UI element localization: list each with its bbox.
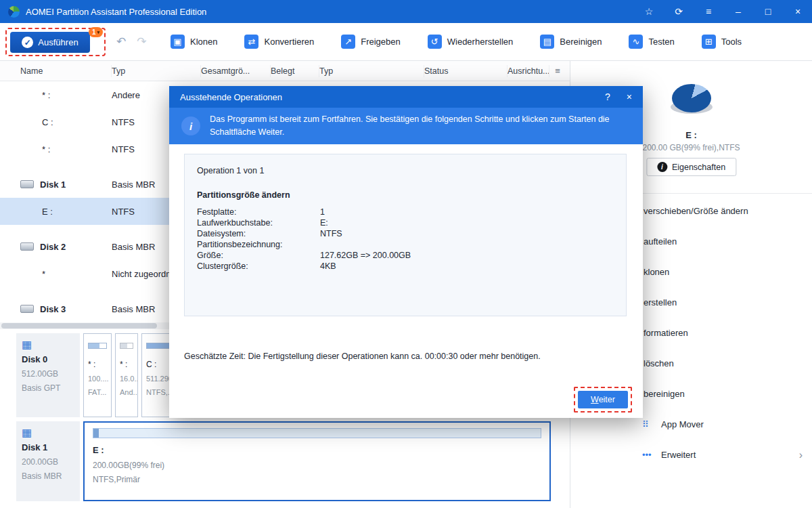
convert-icon: ⇄ (244, 35, 258, 49)
row-name: E : (20, 207, 112, 217)
update-icon[interactable]: ⟳ (673, 6, 685, 17)
table-header: Name Typ Gesamtgrö... Belegt Typ Status … (0, 61, 570, 81)
toolbar-item-wipe[interactable]: ▤ Bereinigen (540, 35, 602, 49)
toolbar-item-restore[interactable]: ↺ Wiederherstellen (428, 35, 514, 49)
row-name: Disk 3 (40, 304, 66, 314)
toolbar-item-label: Bereinigen (560, 37, 602, 47)
pending-operations-badge[interactable]: 1 ▾ (89, 27, 103, 37)
window-title: AOMEI Partition Assistant Professional E… (26, 7, 206, 17)
operation-title: Partitionsgröße ändern (197, 190, 614, 200)
sidebar-item-label: App Mover (661, 419, 704, 429)
toolbar-item-tools[interactable]: ⊞ Tools (702, 35, 742, 49)
operations-list: Operation 1 von 1 Partitionsgröße ändern… (184, 154, 627, 316)
capacity-bar (93, 428, 541, 438)
sidebar-item-label: erstellen (644, 297, 677, 308)
redo-icon[interactable]: ↷ (137, 35, 146, 49)
undo-icon[interactable]: ↶ (116, 35, 126, 49)
app-window: AOMEI Partition Assistant Professional E… (0, 0, 812, 508)
column-header-type[interactable]: Typ (112, 65, 201, 77)
info-icon: i (181, 117, 200, 135)
next-button[interactable]: Weiter (578, 391, 628, 408)
titlebar-controls: ☆ ⟳ ≡ – □ × (643, 6, 804, 17)
partition-box[interactable]: * : 16.0... And... (115, 333, 138, 417)
column-header-used[interactable]: Belegt (271, 65, 319, 77)
operation-field: Festplatte: 1 (197, 207, 614, 217)
title-bar: AOMEI Partition Assistant Professional E… (0, 0, 812, 23)
toolbar-item-release[interactable]: ↗ Freigeben (341, 35, 401, 49)
operation-field: Größe: 127.62GB => 200.00GB (197, 250, 614, 261)
chevron-right-icon: › (799, 449, 803, 461)
partition-box-selected[interactable]: E : 200.00GB(99% frei) NTFS,Primär (83, 421, 551, 501)
disk0-card[interactable]: ▦ Disk 0 512.00GB Basis GPT (16, 333, 80, 417)
hard-disk-icon (20, 180, 34, 188)
disk1-card[interactable]: ▦ Disk 1 200.00GB Basis MBR (16, 421, 80, 501)
favorite-star-icon[interactable]: ☆ (643, 6, 655, 17)
app-logo-icon (8, 6, 20, 18)
partition-size: 16.0... (120, 375, 133, 383)
test-icon: ∿ (629, 35, 643, 49)
partition-fs: NTFS,Primär (93, 475, 541, 484)
column-header-totalsize[interactable]: Gesamtgrö... (201, 65, 271, 77)
toolbar-item-test[interactable]: ∿ Testen (629, 35, 674, 49)
dialog-title: Ausstehende Operationen (180, 92, 282, 102)
dialog-help-icon[interactable]: ? (605, 91, 610, 102)
main-menu-icon[interactable]: ≡ (702, 6, 715, 17)
operation-field: Clustergröße: 4KB (197, 261, 614, 272)
app-mover-icon: ⠿ (642, 419, 656, 429)
toolbar: ✓ Ausführen 1 ▾ ↶ ↷ ▣ Klonen ⇄ Konvertie… (0, 23, 812, 61)
toolbar-item-convert[interactable]: ⇄ Konvertieren (244, 35, 314, 49)
partition-size: 100.... (88, 375, 107, 383)
history-buttons: ↶ ↷ (116, 23, 147, 60)
sidebar-item-label: klonen (644, 267, 669, 277)
sidebar-item-label: Erweitert (661, 450, 696, 460)
row-name: Disk 2 (40, 242, 66, 252)
disk-size: 512.00GB (22, 369, 74, 379)
toolbar-item-label: Wiederherstellen (447, 37, 514, 47)
release-icon: ↗ (341, 35, 355, 49)
sidebar-item-advanced[interactable]: ••• Erweitert › (570, 440, 812, 470)
wipe-icon: ▤ (540, 35, 554, 49)
disk-name: Disk 1 (22, 442, 74, 452)
operation-count: Operation 1 von 1 (197, 166, 614, 175)
dialog-close-icon[interactable]: × (627, 91, 632, 102)
column-header-name[interactable]: Name (20, 65, 112, 77)
info-circle-icon: i (657, 162, 667, 172)
pie-slices (672, 84, 711, 112)
toolbar-item-clone[interactable]: ▣ Klonen (171, 35, 217, 49)
advanced-ellipsis-icon: ••• (642, 450, 656, 460)
close-button[interactable]: × (792, 6, 804, 17)
disk-size: 200.00GB (22, 457, 74, 467)
sidebar-item-label: formatieren (644, 328, 688, 338)
partition-name: * : (88, 360, 107, 369)
badge-count: 1 (92, 28, 96, 36)
apply-button-label: Ausführen (38, 37, 78, 47)
minimize-button[interactable]: – (732, 6, 744, 17)
column-header-status[interactable]: Status (424, 65, 508, 77)
maximize-button[interactable]: □ (762, 6, 774, 17)
restore-icon: ↺ (428, 35, 442, 49)
properties-button[interactable]: i Eigenschaften (646, 158, 736, 176)
badge-caret-icon: ▾ (97, 30, 99, 35)
hard-disk-icon (20, 242, 34, 251)
estimated-time-text: Geschätzte Zeit: Die Fertigstellung dies… (184, 352, 541, 361)
toolbar-item-label: Tools (721, 37, 742, 47)
check-icon: ✓ (22, 37, 33, 48)
disk-style: Basis GPT (22, 383, 74, 393)
disk1-panel: ▦ Disk 1 200.00GB Basis MBR E : 200.00GB… (0, 421, 570, 501)
partition-box[interactable]: * : 100.... FAT... (83, 333, 112, 417)
column-header-alignment[interactable]: Ausrichtu... (508, 65, 549, 77)
scrollbar-thumb[interactable] (1, 323, 157, 329)
toolbar-item-label: Freigeben (361, 37, 401, 47)
disk-style: Basis MBR (22, 471, 74, 481)
disk-usage-pie-chart (670, 84, 713, 117)
next-button-highlight: Weiter (574, 387, 632, 412)
apply-button[interactable]: ✓ Ausführen (10, 32, 90, 53)
capacity-bar (120, 343, 133, 349)
properties-label: Eigenschaften (672, 163, 725, 172)
toolbar-item-label: Testen (648, 37, 674, 47)
sidebar-item-label: verschieben/Größe ändern (644, 206, 748, 216)
dialog-title-bar: Ausstehende Operationen ? × (169, 86, 643, 108)
column-header-type2[interactable]: Typ (319, 65, 424, 77)
column-settings-icon[interactable]: ≡ (549, 65, 570, 77)
sidebar-item-label: aufteilen (644, 236, 677, 247)
